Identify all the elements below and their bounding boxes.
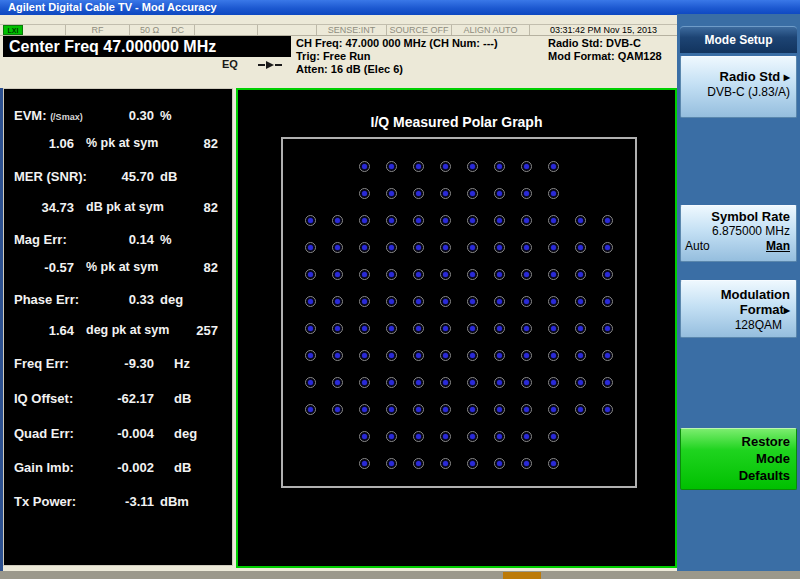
constellation-point [602, 269, 613, 280]
eq-flow-arrow-icon [258, 61, 282, 69]
constellation-point [494, 431, 505, 442]
peak-symbol: 82 [184, 260, 218, 275]
radio-std-button[interactable]: Radio Std ▶ DVB-C (J.83/A) [680, 56, 797, 118]
measurement-row-mer: MER (SNR): 45.70 dB [4, 169, 232, 185]
measurement-row-txpower: Tx Power: -3.11 dBm [4, 494, 232, 510]
constellation-point [359, 161, 370, 172]
constellation-point [494, 404, 505, 415]
window-title: Agilent Digital Cable TV - Mod Accuracy [0, 0, 800, 15]
modulation-format-value: 128QAM [685, 318, 790, 332]
measurement-row-magerr: Mag Err: 0.14 % [4, 232, 232, 248]
measurement-peak-evm: 1.06 % pk at sym 82 [4, 136, 232, 152]
constellation-point [386, 431, 397, 442]
constellation-point [440, 188, 451, 199]
constellation-point [494, 161, 505, 172]
submenu-arrow-icon: ▶ [784, 306, 790, 315]
eq-label: EQ [222, 58, 238, 70]
constellation-point [548, 269, 559, 280]
status-source: SOURCE OFF [387, 25, 452, 35]
restore-line3: Defaults [681, 467, 790, 484]
symbol-rate-button[interactable]: Symbol Rate 6.875000 MHz Auto Man [680, 205, 797, 262]
measurement-unit: dB [174, 460, 191, 475]
constellation-point [413, 296, 424, 307]
constellation-point [413, 377, 424, 388]
measurement-value: -0.004 [99, 426, 154, 441]
peak-text: % pk at sym [86, 136, 158, 150]
peak-value: 1.64 [29, 323, 74, 338]
constellation-point [440, 323, 451, 334]
measurement-row-phaseerr: Phase Err: 0.33 deg [4, 292, 232, 308]
peak-value: 1.06 [29, 136, 74, 151]
measurement-label: Mag Err: [14, 232, 67, 247]
symbol-rate-man-toggle[interactable]: Man [766, 239, 790, 254]
constellation-point [494, 323, 505, 334]
constellation-point [467, 242, 478, 253]
measurement-row-evm: EVM: (/Smax) 0.30 % [4, 108, 232, 124]
constellation-point [305, 350, 316, 361]
constellation-point [359, 215, 370, 226]
modulation-format-button[interactable]: Modulation Format▶ 128QAM [680, 280, 797, 338]
peak-text: deg pk at sym [86, 323, 169, 337]
measurement-note: (/Smax) [50, 112, 83, 122]
constellation-point [440, 296, 451, 307]
symbol-rate-value: 6.875000 MHz [685, 224, 790, 238]
restore-line1: Restore [681, 433, 790, 450]
constellation-point [305, 377, 316, 388]
constellation-point [467, 431, 478, 442]
constellation-point [359, 188, 370, 199]
constellation-point [359, 431, 370, 442]
constellation-point [413, 188, 424, 199]
constellation-point [548, 350, 559, 361]
constellation-point [521, 296, 532, 307]
restore-mode-defaults-button[interactable]: Restore Mode Defaults [680, 428, 797, 490]
constellation-point [548, 458, 559, 469]
peak-symbol: 257 [184, 323, 218, 338]
measurement-unit: deg [174, 426, 197, 441]
peak-symbol: 82 [184, 200, 218, 215]
measurement-value: -62.17 [99, 391, 154, 406]
constellation-point [440, 377, 451, 388]
constellation-point [305, 215, 316, 226]
bottom-strip [0, 571, 800, 579]
symbol-rate-label: Symbol Rate [685, 209, 790, 224]
constellation-point [467, 296, 478, 307]
radio-std-label: Radio Std [720, 69, 781, 84]
constellation-point [413, 269, 424, 280]
constellation-point [467, 458, 478, 469]
constellation-point [575, 242, 586, 253]
constellation-point [440, 458, 451, 469]
status-align: ALIGN AUTO [452, 25, 530, 35]
constellation-point [548, 188, 559, 199]
measurement-peak-phaseerr: 1.64 deg pk at sym 257 [4, 323, 232, 339]
constellation-point [494, 350, 505, 361]
status-coupling: DC [171, 25, 184, 35]
constellation-point [548, 404, 559, 415]
constellation-point [494, 215, 505, 226]
symbol-rate-auto-toggle[interactable]: Auto [685, 239, 710, 254]
constellation-point [332, 323, 343, 334]
constellation-point [521, 458, 532, 469]
constellation-point [359, 350, 370, 361]
constellation-point [548, 377, 559, 388]
measurement-value: -0.002 [99, 460, 154, 475]
constellation-point [440, 350, 451, 361]
peak-text: dB pk at sym [86, 200, 164, 214]
status-impedance: 50 Ω [140, 25, 159, 35]
constellation-point [332, 269, 343, 280]
constellation-point [413, 161, 424, 172]
constellation-point [467, 350, 478, 361]
constellation-point [521, 323, 532, 334]
constellation-point [386, 404, 397, 415]
radio-std-value: DVB-C (J.83/A) [685, 85, 790, 99]
constellation-point [332, 242, 343, 253]
constellation-point [575, 350, 586, 361]
constellation-point [548, 296, 559, 307]
constellation-point [602, 323, 613, 334]
constellation-point [305, 323, 316, 334]
signal-info-left: CH Freq: 47.000 000 MHz (CH Num: ---) Tr… [296, 37, 498, 76]
mod-format-text: Mod Format: QAM128 [548, 50, 662, 63]
measurement-value: -3.11 [99, 494, 154, 509]
measurement-label: Quad Err: [14, 426, 74, 441]
status-blank-1 [23, 25, 66, 35]
constellation-point [332, 404, 343, 415]
